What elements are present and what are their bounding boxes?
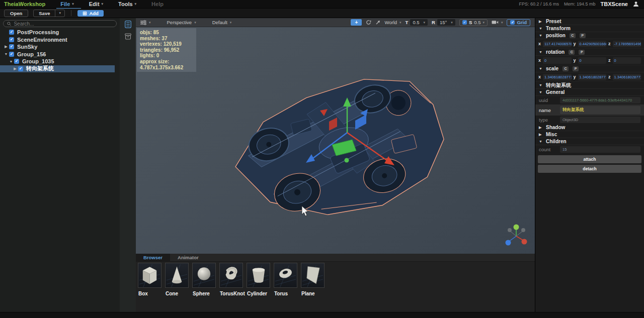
axis-neg-sphere	[521, 228, 525, 232]
asset-card-plane[interactable]: Plane	[301, 263, 326, 296]
tree-item-group-156[interactable]: ▼ ✓ Group_156	[0, 51, 120, 58]
visibility-checkbox[interactable]: ✓	[9, 44, 14, 49]
viewport-canvas[interactable]: objs: 85 meshes: 37 vertexes: 120,519 tr…	[136, 27, 535, 254]
tree-item-group-1035[interactable]: ▼ ✓ Group_1035	[0, 58, 120, 65]
section-preset[interactable]: ▶ Preset	[535, 18, 644, 25]
type-row: type Object3D	[535, 116, 644, 124]
scale-x-input[interactable]: 1.340618028771838	[543, 74, 571, 80]
cone-thumbnail	[165, 263, 189, 288]
copy-button[interactable]: C	[570, 33, 576, 38]
chevron-down-icon: ▾	[135, 2, 137, 6]
asset-card-torus[interactable]: Torus	[274, 263, 298, 296]
camera-projection-dropdown[interactable]: Perspective ▾	[167, 20, 196, 25]
translate-snap-dropdown[interactable]: 0.5 ▾	[410, 19, 428, 26]
chevron-down-icon: ▾	[424, 21, 426, 25]
paste-button[interactable]: P	[579, 50, 585, 55]
divider	[71, 10, 71, 16]
scene-name: TBXScene	[601, 1, 628, 7]
rotation-x-input[interactable]: 0	[543, 57, 571, 64]
section-rotation[interactable]: ▼ rotation C P	[535, 49, 644, 56]
menu-help[interactable]: Help	[151, 1, 164, 7]
viewport-settings-dropdown[interactable]: ▾	[140, 20, 151, 25]
archive-panel-icon[interactable]	[125, 33, 131, 40]
camera-options-dropdown[interactable]: ▾	[492, 20, 503, 25]
visibility-checkbox[interactable]: ✓	[18, 66, 23, 71]
user-icon[interactable]	[633, 1, 639, 7]
save-dropdown-button[interactable]: ▾	[55, 10, 64, 17]
section-object[interactable]: ▼ 转向架系统	[535, 82, 644, 89]
section-shadow[interactable]: ▶ Shadow	[535, 124, 644, 131]
collapse-arrow-icon[interactable]: ▼	[3, 52, 9, 56]
asset-card-cone[interactable]: Cone	[165, 263, 190, 296]
section-misc[interactable]: ▶ Misc	[535, 131, 644, 138]
search-input[interactable]	[14, 21, 113, 27]
chevron-down-icon: ▼	[539, 34, 543, 37]
expand-arrow-icon[interactable]: ▶	[12, 67, 18, 71]
section-transform[interactable]: ▼ Transform	[535, 25, 644, 32]
transform-space-dropdown[interactable]: World ▾	[384, 20, 401, 25]
grid-checkbox[interactable]: ✓	[510, 20, 515, 25]
attach-button[interactable]: attach	[538, 155, 641, 163]
tab-animator[interactable]: Animator	[170, 254, 206, 261]
move-tool-button[interactable]: +	[351, 19, 362, 26]
inspector-panel: ▶ Preset ▼ Transform ▼ position C P x 11…	[535, 18, 644, 312]
asset-card-box[interactable]: Box	[138, 263, 163, 296]
rotate-snap-control: R 15° ▾	[432, 19, 455, 26]
position-z-input[interactable]: -7.178956914967597	[613, 41, 641, 47]
scene-tree: ✓ PostProcessing ✓ SceneEnvironment ▶ ✓ …	[0, 29, 120, 72]
position-x-input[interactable]: 117.41740065782245	[543, 41, 571, 47]
section-children[interactable]: ▼ Children	[535, 138, 644, 145]
tree-item-sunsky[interactable]: ▶ ✓ SunSky	[0, 43, 120, 51]
paste-button[interactable]: P	[573, 66, 579, 71]
expand-arrow-icon[interactable]: ▶	[3, 45, 9, 49]
render-mode-dropdown[interactable]: Default ▾	[212, 20, 232, 25]
grid-toggle[interactable]: ✓ Grid	[507, 19, 530, 26]
add-button[interactable]: ⊞ Add	[77, 10, 104, 17]
visibility-checkbox[interactable]: ✓	[9, 52, 14, 57]
rotate-snap-dropdown[interactable]: 15° ▾	[437, 19, 455, 26]
stat-vertexes: vertexes: 120,519	[140, 41, 193, 47]
copy-button[interactable]: C	[569, 50, 575, 55]
scale-snap-control: ✓ S 0.5 ▾	[459, 19, 488, 26]
stat-triangles: triangles: 96,952	[140, 47, 193, 53]
search-box[interactable]	[3, 20, 117, 27]
section-scale[interactable]: ▼ scale C P	[535, 65, 644, 72]
scale-tool-icon[interactable]	[375, 20, 380, 25]
asset-card-torusknot[interactable]: TorusKnot	[219, 263, 244, 296]
browser-tab-bar: Browser Animator	[136, 254, 535, 262]
name-row: name 转向架系统	[535, 104, 644, 116]
scale-z-input[interactable]: 1.340618028771838	[613, 74, 641, 80]
rotation-z-input[interactable]: 0	[613, 57, 641, 64]
visibility-checkbox[interactable]: ✓	[14, 59, 19, 64]
axis-orientation-gizmo[interactable]	[506, 225, 527, 246]
menu-edit[interactable]: Edit▾	[89, 1, 103, 7]
collapse-arrow-icon[interactable]: ▼	[8, 60, 14, 63]
torus-thumbnail	[274, 263, 297, 288]
rotation-y-input[interactable]: 0	[578, 57, 606, 64]
name-field[interactable]: 转向架系统	[560, 106, 640, 114]
open-button[interactable]: Open	[4, 10, 28, 17]
chevron-down-icon: ▾	[501, 21, 503, 25]
visibility-checkbox[interactable]: ✓	[9, 37, 14, 42]
section-position[interactable]: ▼ position C P	[535, 32, 644, 39]
copy-button[interactable]: C	[562, 66, 569, 71]
asset-card-cylinder[interactable]: Cylinder	[247, 263, 271, 296]
tree-item-postprocessing[interactable]: ✓ PostProcessing	[0, 29, 120, 36]
position-y-input[interactable]: 0.4429050016661803	[578, 41, 606, 47]
scale-y-input[interactable]: 1.340618028771838	[578, 74, 606, 80]
outline-panel-icon[interactable]	[125, 21, 131, 28]
section-general[interactable]: ▼ General	[535, 89, 644, 96]
save-button[interactable]: Save	[34, 10, 55, 17]
paste-button[interactable]: P	[580, 33, 586, 38]
tree-item-bogie-system[interactable]: ▶ ✓ 转向架系统	[0, 65, 115, 73]
menu-file[interactable]: File▾	[60, 1, 73, 7]
rotate-tool-icon[interactable]	[366, 20, 371, 25]
asset-card-sphere[interactable]: Sphere	[192, 263, 217, 296]
visibility-checkbox[interactable]: ✓	[9, 30, 14, 35]
detach-button[interactable]: detach	[538, 165, 641, 173]
tab-browser[interactable]: Browser	[136, 254, 170, 261]
menu-tools[interactable]: Tools▾	[118, 1, 136, 7]
scale-snap-checkbox[interactable]: ✓	[462, 20, 467, 25]
tree-item-sceneenvironment[interactable]: ✓ SceneEnvironment	[0, 36, 120, 44]
chevron-down-icon: ▾	[194, 21, 196, 25]
